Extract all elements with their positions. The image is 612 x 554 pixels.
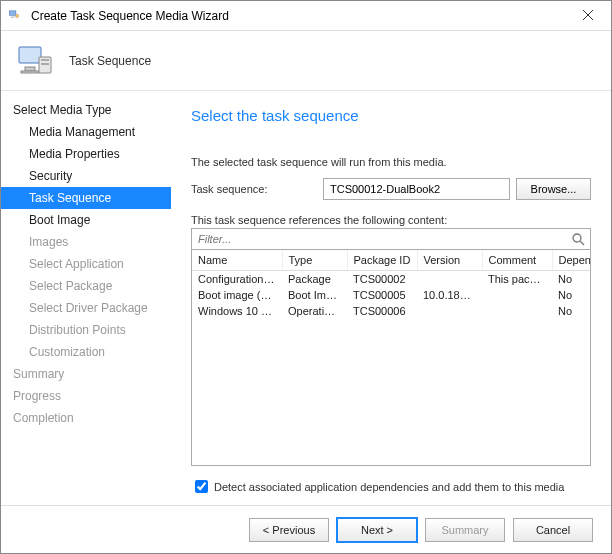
sidebar-item: Completion (1, 407, 171, 429)
sidebar-item: Summary (1, 363, 171, 385)
column-header[interactable]: Name (192, 250, 282, 271)
sidebar-item: Customization (1, 341, 171, 363)
sidebar-item[interactable]: Media Properties (1, 143, 171, 165)
content-table: NameTypePackage IDVersionCommentDependen… (192, 250, 591, 319)
svg-point-11 (573, 234, 581, 242)
cell-comment: This packag... (482, 271, 552, 288)
svg-rect-6 (25, 67, 35, 71)
cell-type: Operating ... (282, 303, 347, 319)
task-sequence-input[interactable] (323, 178, 510, 200)
sidebar-item[interactable]: Boot Image (1, 209, 171, 231)
search-icon (572, 232, 585, 250)
sidebar-item[interactable]: Media Management (1, 121, 171, 143)
column-header[interactable]: Type (282, 250, 347, 271)
sidebar-item: Select Application (1, 253, 171, 275)
task-sequence-icon (15, 39, 55, 83)
cell-name: Windows 10 1909 (192, 303, 282, 319)
cell-comment (482, 303, 552, 319)
table-row[interactable]: Configuration M...PackageTCS00002This pa… (192, 271, 591, 288)
wizard-main: Select the task sequence The selected ta… (171, 91, 611, 505)
svg-rect-9 (41, 59, 49, 61)
column-header[interactable]: Dependency (552, 250, 591, 271)
page-description: The selected task sequence will run from… (191, 156, 591, 168)
table-row[interactable]: Windows 10 1909Operating ...TCS00006No (192, 303, 591, 319)
svg-point-2 (16, 14, 19, 17)
detect-dependencies-label[interactable]: Detect associated application dependenci… (214, 481, 564, 493)
svg-rect-5 (19, 47, 41, 63)
cell-package_id: TCS00006 (347, 303, 417, 319)
app-icon (9, 8, 25, 24)
sidebar-item: Progress (1, 385, 171, 407)
page-title: Select the task sequence (191, 107, 591, 124)
content-grid: NameTypePackage IDVersionCommentDependen… (191, 250, 591, 466)
sidebar-item: Select Driver Package (1, 297, 171, 319)
wizard-sidebar: Select Media TypeMedia ManagementMedia P… (1, 91, 171, 505)
wizard-window: Create Task Sequence Media Wizard Task S… (0, 0, 612, 554)
svg-line-12 (580, 241, 584, 245)
page-header: Task Sequence (1, 31, 611, 91)
previous-button[interactable]: < Previous (249, 518, 329, 542)
cell-comment (482, 287, 552, 303)
cell-type: Package (282, 271, 347, 288)
titlebar: Create Task Sequence Media Wizard (1, 1, 611, 31)
svg-rect-0 (10, 10, 16, 14)
close-icon (583, 9, 593, 23)
wizard-body: Select Media TypeMedia ManagementMedia P… (1, 91, 611, 505)
table-header-row: NameTypePackage IDVersionCommentDependen… (192, 250, 591, 271)
table-row[interactable]: Boot image (x64)Boot ImageTCS0000510.0.1… (192, 287, 591, 303)
cell-version: 10.0.1836... (417, 287, 482, 303)
column-header[interactable]: Version (417, 250, 482, 271)
cell-dependency: No (552, 271, 591, 288)
window-title: Create Task Sequence Media Wizard (31, 9, 229, 23)
task-sequence-row: Task sequence: Browse... (191, 178, 591, 200)
task-sequence-label: Task sequence: (191, 183, 317, 195)
page-header-title: Task Sequence (69, 54, 151, 68)
sidebar-item[interactable]: Security (1, 165, 171, 187)
sidebar-item: Images (1, 231, 171, 253)
browse-button[interactable]: Browse... (516, 178, 591, 200)
sidebar-item: Distribution Points (1, 319, 171, 341)
next-button[interactable]: Next > (337, 518, 417, 542)
title-area: Create Task Sequence Media Wizard (9, 8, 229, 24)
svg-rect-1 (11, 16, 15, 17)
cell-dependency: No (552, 303, 591, 319)
cell-name: Configuration M... (192, 271, 282, 288)
detect-dependencies-row: Detect associated application dependenci… (191, 476, 591, 505)
cell-dependency: No (552, 287, 591, 303)
filter-input[interactable] (191, 228, 591, 250)
sidebar-item[interactable]: Task Sequence (1, 187, 171, 209)
detect-dependencies-checkbox[interactable] (195, 480, 208, 493)
table-body: Configuration M...PackageTCS00002This pa… (192, 271, 591, 320)
cancel-button[interactable]: Cancel (513, 518, 593, 542)
cell-type: Boot Image (282, 287, 347, 303)
summary-button[interactable]: Summary (425, 518, 505, 542)
wizard-footer: < Previous Next > Summary Cancel (1, 505, 611, 553)
column-header[interactable]: Package ID (347, 250, 417, 271)
column-header[interactable]: Comment (482, 250, 552, 271)
cell-package_id: TCS00005 (347, 287, 417, 303)
close-button[interactable] (565, 1, 611, 31)
references-description: This task sequence references the follow… (191, 214, 591, 226)
cell-version (417, 271, 482, 288)
svg-rect-10 (41, 63, 49, 65)
sidebar-item: Select Package (1, 275, 171, 297)
svg-rect-7 (21, 71, 39, 73)
cell-version (417, 303, 482, 319)
filter-wrap (191, 228, 591, 250)
cell-name: Boot image (x64) (192, 287, 282, 303)
sidebar-item[interactable]: Select Media Type (1, 99, 171, 121)
cell-package_id: TCS00002 (347, 271, 417, 288)
